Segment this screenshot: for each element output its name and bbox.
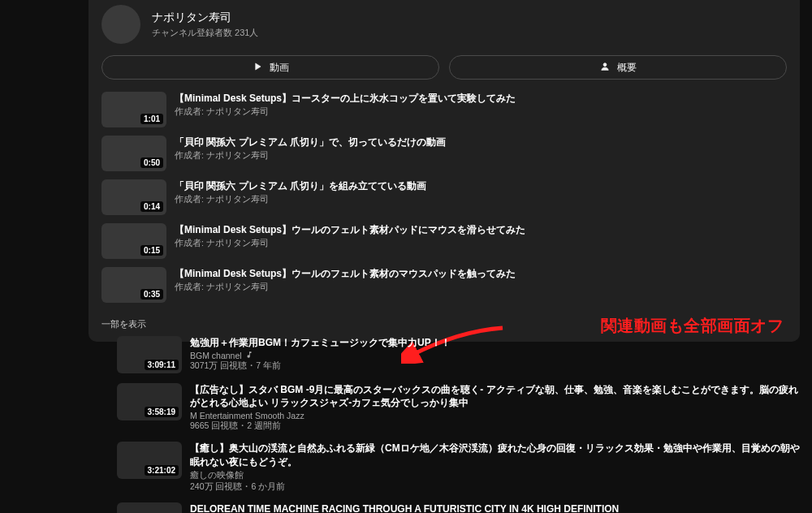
video-channel[interactable]: BGM channel	[190, 351, 800, 360]
video-meta: 「貝印 関孫六 プレミアム 爪切り」で、切っているだけの動画作成者: ナポリタン…	[175, 136, 787, 171]
video-meta: 勉強用＋作業用BGM！カフェミュージックで集中力UP！！BGM channel3…	[190, 336, 800, 372]
video-thumbnail[interactable]: 0:15	[102, 223, 166, 259]
video-title[interactable]: 【Minimal Desk Setups】コースターの上に氷水コップを置いて実験…	[175, 92, 787, 105]
video-thumbnail[interactable]: 0:35	[102, 267, 166, 303]
video-duration: 1:01	[140, 114, 163, 124]
video-thumbnail[interactable]: 3:21:02	[117, 442, 182, 479]
related-video-list: 3:09:11勉強用＋作業用BGM！カフェミュージックで集中力UP！！BGM c…	[117, 331, 800, 513]
video-title[interactable]: 【癒し】奥大山の渓流と自然あふれる新緑（CMロケ地／木谷沢渓流）疲れた心身の回復…	[190, 442, 800, 468]
video-thumbnail[interactable]: 3:00:00	[117, 502, 182, 513]
video-thumbnail[interactable]: 0:14	[102, 179, 166, 215]
video-row[interactable]: 3:09:11勉強用＋作業用BGM！カフェミュージックで集中力UP！！BGM c…	[117, 331, 800, 378]
channel-text: ナポリタン寿司 チャンネル登録者数 231人	[152, 10, 258, 38]
video-duration: 3:09:11	[145, 360, 179, 370]
video-thumbnail[interactable]: 3:58:19	[117, 383, 182, 420]
svg-point-0	[603, 63, 607, 66]
tabs: 動画 概要	[102, 55, 787, 80]
video-author: 作成者: ナポリタン寿司	[175, 106, 787, 118]
channel-video-list: 1:01【Minimal Desk Setups】コースターの上に氷水コップを置…	[102, 88, 787, 307]
video-channel[interactable]: M Entertainment Smooth Jazz	[190, 411, 800, 420]
video-duration: 3:21:02	[145, 465, 179, 476]
video-title[interactable]: 【広告なし】スタバ BGM -9月に最高のスターバックスの曲を聴く- アクティブ…	[190, 383, 800, 409]
video-author: 作成者: ナポリタン寿司	[175, 194, 787, 205]
video-title[interactable]: 【Minimal Desk Setups】ウールのフェルト素材のマウスパッドを触…	[175, 267, 787, 280]
video-thumbnail[interactable]: 1:01	[102, 92, 166, 127]
tab-about[interactable]: 概要	[449, 55, 787, 80]
video-duration: 0:50	[140, 157, 163, 168]
video-title[interactable]: 「貝印 関孫六 プレミアム 爪切り」で、切っているだけの動画	[175, 136, 787, 149]
video-duration: 3:58:19	[145, 407, 179, 417]
video-row[interactable]: 0:15【Minimal Desk Setups】ウールのフェルト素材パッドにマ…	[102, 219, 787, 263]
video-stats: 3071万 回視聴・7 年前	[190, 360, 800, 372]
channel-card: ナポリタン寿司 チャンネル登録者数 231人 動画 概要 1:01【Minima…	[89, 0, 800, 342]
video-duration: 0:35	[140, 289, 163, 300]
play-icon	[252, 61, 263, 75]
video-meta: 「貝印 関孫六 プレミアム 爪切り」を組み立てている動画作成者: ナポリタン寿司	[175, 179, 787, 215]
music-note-icon	[242, 351, 253, 359]
video-title[interactable]: 勉強用＋作業用BGM！カフェミュージックで集中力UP！！	[190, 336, 800, 349]
video-meta: DELOREAN TIME MACHINE RACING THROUGH A F…	[190, 502, 800, 513]
video-author: 作成者: ナポリタン寿司	[175, 150, 787, 162]
video-meta: 【癒し】奥大山の渓流と自然あふれる新緑（CMロケ地／木谷沢渓流）疲れた心身の回復…	[190, 442, 800, 492]
video-row[interactable]: 3:21:02【癒し】奥大山の渓流と自然あふれる新緑（CMロケ地／木谷沢渓流）疲…	[117, 437, 800, 497]
channel-header: ナポリタン寿司 チャンネル登録者数 231人	[102, 0, 787, 52]
video-meta: 【Minimal Desk Setups】コースターの上に氷水コップを置いて実験…	[175, 92, 787, 127]
video-meta: 【Minimal Desk Setups】ウールのフェルト素材パッドにマウスを滑…	[175, 223, 787, 259]
video-title[interactable]: DELOREAN TIME MACHINE RACING THROUGH A F…	[190, 502, 800, 513]
video-title[interactable]: 「貝印 関孫六 プレミアム 爪切り」を組み立てている動画	[175, 179, 787, 192]
tab-videos[interactable]: 動画	[102, 55, 439, 80]
tab-videos-label: 動画	[270, 61, 289, 75]
video-row[interactable]: 3:58:19【広告なし】スタバ BGM -9月に最高のスターバックスの曲を聴く…	[117, 378, 800, 437]
video-author: 作成者: ナポリタン寿司	[175, 282, 787, 293]
avatar[interactable]	[102, 5, 140, 44]
person-icon	[599, 61, 611, 75]
video-row[interactable]: 1:01【Minimal Desk Setups】コースターの上に氷水コップを置…	[102, 88, 787, 131]
app-root: ナポリタン寿司 チャンネル登録者数 231人 動画 概要 1:01【Minima…	[0, 0, 812, 513]
video-channel[interactable]: 癒しの映像館	[190, 470, 800, 481]
channel-subscribers: チャンネル登録者数 231人	[152, 27, 258, 39]
tab-about-label: 概要	[617, 61, 637, 75]
video-author: 作成者: ナポリタン寿司	[175, 238, 787, 249]
video-row[interactable]: 0:14「貝印 関孫六 プレミアム 爪切り」を組み立てている動画作成者: ナポリ…	[102, 175, 787, 219]
video-meta: 【Minimal Desk Setups】ウールのフェルト素材のマウスパッドを触…	[175, 267, 787, 303]
video-meta: 【広告なし】スタバ BGM -9月に最高のスターバックスの曲を聴く- アクティブ…	[190, 383, 800, 432]
video-duration: 0:15	[140, 245, 163, 256]
video-duration: 0:14	[140, 201, 163, 212]
video-thumbnail[interactable]: 3:09:11	[117, 336, 182, 373]
video-row[interactable]: 0:35【Minimal Desk Setups】ウールのフェルト素材のマウスパ…	[102, 263, 787, 307]
video-row[interactable]: 0:50「貝印 関孫六 プレミアム 爪切り」で、切っているだけの動画作成者: ナ…	[102, 131, 787, 175]
video-stats: 9665 回視聴・2 週間前	[190, 420, 800, 432]
video-row[interactable]: 3:00:00DELOREAN TIME MACHINE RACING THRO…	[117, 498, 800, 513]
video-stats: 240万 回視聴・6 か月前	[190, 481, 800, 493]
video-thumbnail[interactable]: 0:50	[102, 136, 166, 171]
video-title[interactable]: 【Minimal Desk Setups】ウールのフェルト素材パッドにマウスを滑…	[175, 223, 787, 236]
channel-name[interactable]: ナポリタン寿司	[152, 10, 258, 24]
